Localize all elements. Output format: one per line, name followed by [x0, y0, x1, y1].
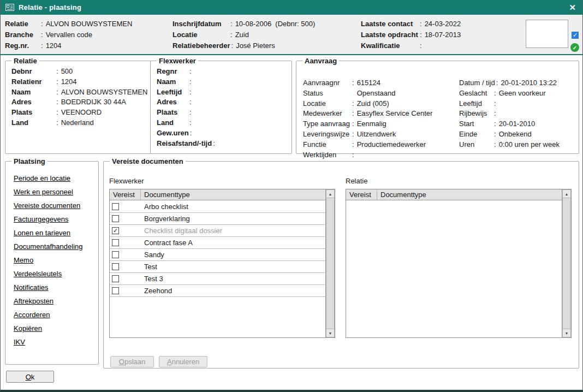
relatie-panel: Relatie Debnr : 500 Relatienr : 1204 Naa… — [5, 57, 154, 154]
nav-link[interactable]: Documentafhandeling — [14, 240, 92, 253]
table-row[interactable]: Contract fase A — [110, 237, 325, 249]
colon: : — [420, 19, 422, 29]
ok-button[interactable]: Ok — [6, 371, 54, 383]
colon: : — [41, 40, 43, 51]
checkbox-cell — [110, 287, 141, 294]
nav-link[interactable]: Notificaties — [14, 281, 92, 294]
flexwerker-table-caption: Flexwerker — [109, 176, 335, 186]
scroll-up-icon[interactable] — [562, 189, 571, 198]
documents-panel: Vereiste documenten Flexwerker Vereist D… — [103, 157, 579, 369]
table-row[interactable]: Sandy — [110, 249, 325, 261]
plaatsing-nav-list: Periode en locatie Werk en personeel Ver… — [11, 167, 92, 349]
scroll-down-icon[interactable] — [326, 329, 335, 337]
documenttype-cell: Checklist digitaal dossier — [141, 227, 222, 235]
info-label: Debnr — [11, 67, 55, 77]
info-row: Laatste contact : 24-03-2022 — [361, 19, 461, 29]
required-checkbox[interactable] — [112, 287, 119, 294]
required-checkbox[interactable] — [112, 239, 119, 246]
nav-link[interactable]: Aftrekposten — [14, 294, 92, 308]
info-row: Land : Nederland — [11, 118, 147, 128]
header-column-1: Relatie : ALVON BOUWSYSTEMEN Branche : V… — [5, 19, 132, 51]
info-row: Branche : Vervallen code — [5, 29, 132, 40]
info-value: Onbekend — [499, 129, 532, 140]
required-checkbox[interactable] — [112, 203, 119, 210]
info-row: Adres : BOEDRDIJK 30 44A — [11, 97, 147, 108]
info-row: Reg.nr. : 1204 — [5, 40, 132, 51]
colon: : — [189, 77, 192, 87]
nav-link[interactable]: Kopiëren — [14, 322, 92, 335]
info-label: Naam — [11, 87, 55, 98]
info-row: Locatie : Zuid — [172, 29, 315, 40]
info-value: 18-07-2013 — [425, 29, 461, 40]
required-checkbox[interactable] — [112, 227, 119, 234]
info-value: Openstaand — [357, 88, 396, 99]
vertical-scrollbar[interactable] — [325, 189, 335, 337]
scroll-up-icon[interactable] — [326, 189, 335, 198]
relatie-doc-table: Vereist Documenttype — [346, 189, 572, 338]
info-row: Start : 20-01-2010 — [459, 119, 560, 129]
info-label: Laatste opdracht — [361, 29, 419, 40]
scroll-thumb[interactable] — [562, 198, 571, 329]
vertical-scrollbar[interactable] — [562, 189, 571, 337]
save-button[interactable]: Opslaan — [110, 356, 154, 367]
info-row: Laatste opdracht : 18-07-2013 — [361, 29, 461, 40]
table-row[interactable]: Borgverklaring — [110, 213, 325, 225]
info-row: Gew.uren : — [157, 128, 285, 139]
colon: : — [420, 29, 422, 40]
info-label: Geslacht — [459, 88, 493, 99]
info-value: Uitzendwerk — [357, 129, 396, 140]
info-label: Leveringswijze — [303, 129, 351, 140]
table-row[interactable]: Zeehond — [110, 285, 325, 297]
nav-link[interactable]: Vereiste documenten — [14, 199, 92, 212]
aanvraag-left-list: Aanvraagnr : 615124 Status : Openstaand … — [303, 78, 432, 160]
nav-link[interactable]: Memo — [14, 253, 92, 267]
nav-link[interactable]: Werk en personeel — [14, 185, 92, 199]
info-label: Kwalificatie — [361, 40, 419, 51]
document-actions: Opslaan Annuleren — [110, 356, 207, 367]
colon: : — [494, 140, 496, 150]
cancel-button[interactable]: Annuleren — [159, 356, 207, 367]
scroll-down-icon[interactable] — [562, 329, 571, 337]
table-row[interactable]: Arbo checklist — [110, 201, 325, 213]
nav-link[interactable]: Accorderen — [14, 308, 92, 322]
colon: : — [352, 78, 354, 88]
nav-link[interactable]: Factuurgegevens — [14, 212, 92, 226]
info-label: Reisafstand/-tijd — [157, 139, 212, 149]
info-label: Land — [11, 118, 55, 128]
colon: : — [56, 87, 58, 98]
info-value: 615124 — [357, 78, 380, 88]
required-checkbox[interactable] — [112, 251, 119, 258]
info-label: Locatie — [303, 99, 351, 109]
checkbox-cell — [110, 251, 141, 258]
colon: : — [494, 129, 496, 140]
required-checkbox[interactable] — [112, 215, 119, 222]
info-label: Medewerker — [303, 109, 351, 119]
colon: : — [56, 77, 58, 87]
documents-legend: Vereiste documenten — [110, 157, 186, 165]
nav-link[interactable]: Verdeelsleutels — [14, 267, 92, 281]
close-icon[interactable]: ✕ — [567, 3, 578, 11]
info-value: Zuid (005) — [357, 99, 389, 109]
required-checkbox[interactable] — [112, 275, 119, 282]
colon: : — [189, 108, 192, 118]
table-row[interactable]: Test 3 — [110, 273, 325, 285]
colon: : — [56, 97, 58, 108]
info-row: Land : — [157, 118, 285, 128]
info-value: Easyflex Service Center — [357, 109, 433, 119]
flexwerker-doc-table: Vereist Documenttype Arbo checklist Borg… — [109, 189, 335, 338]
table-row[interactable]: Test — [110, 261, 325, 273]
info-label: Gew.uren — [157, 128, 189, 139]
nav-link[interactable]: Lonen en tarieven — [14, 226, 92, 240]
scroll-thumb[interactable] — [326, 198, 335, 329]
nav-link[interactable]: IKV — [14, 335, 92, 349]
colon: : — [56, 108, 58, 118]
info-value: 10-08-2006 (Debnr: 500) — [235, 19, 316, 29]
required-checkbox[interactable] — [112, 263, 119, 270]
colon: : — [352, 109, 354, 119]
nav-link[interactable]: Periode en locatie — [14, 171, 92, 185]
photo-placeholder — [526, 20, 568, 48]
flag-checkbox[interactable] — [572, 32, 579, 39]
colon: : — [189, 118, 192, 128]
table-row[interactable]: Checklist digitaal dossier — [110, 225, 325, 237]
info-row: Rijbewijs : — [459, 109, 560, 119]
